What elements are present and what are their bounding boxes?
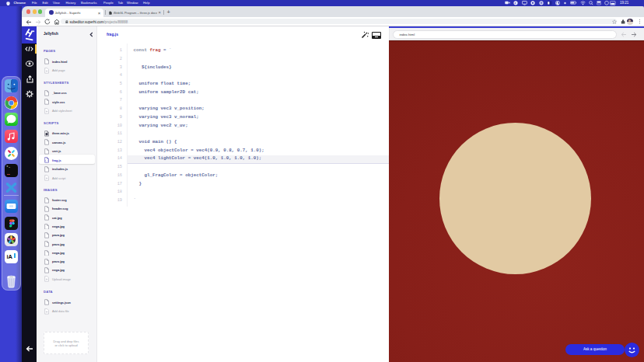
svg-text:z: z xyxy=(514,2,516,5)
